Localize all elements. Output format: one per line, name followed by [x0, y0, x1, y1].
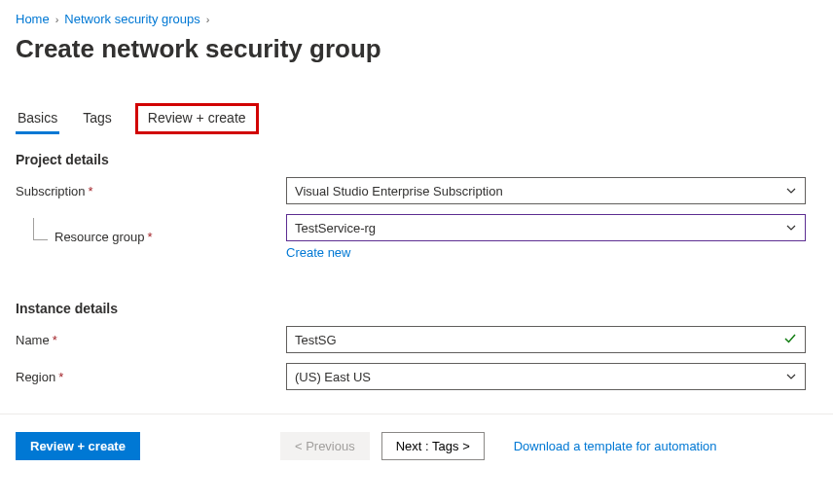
create-new-link[interactable]: Create new [286, 245, 350, 260]
chevron-right-icon: › [206, 14, 210, 25]
name-input[interactable]: TestSG [286, 326, 806, 353]
subscription-value: Visual Studio Enterprise Subscription [295, 184, 503, 198]
project-details-heading: Project details [16, 152, 817, 167]
resource-group-row: Resource group* TestService-rg Create ne… [16, 214, 817, 260]
region-value: (US) East US [295, 370, 371, 384]
chevron-down-icon [785, 185, 797, 197]
subscription-select[interactable]: Visual Studio Enterprise Subscription [286, 177, 806, 204]
download-template-link[interactable]: Download a template for automation [514, 439, 717, 453]
region-label: Region* [16, 370, 286, 384]
resource-group-label: Resource group* [16, 230, 286, 244]
subscription-row: Subscription* Visual Studio Enterprise S… [16, 177, 817, 204]
breadcrumb: Home › Network security groups › [16, 12, 817, 26]
next-button[interactable]: Next : Tags > [381, 432, 485, 460]
check-icon [783, 332, 797, 348]
required-asterisk: * [89, 184, 93, 198]
tab-tags[interactable]: Tags [81, 104, 114, 133]
region-select[interactable]: (US) East US [286, 363, 806, 390]
tab-review-create[interactable]: Review + create [135, 103, 259, 134]
name-label: Name* [16, 333, 286, 347]
footer-bar: Review + create < Previous Next : Tags >… [16, 414, 817, 478]
required-asterisk: * [53, 333, 57, 347]
chevron-right-icon: › [55, 14, 59, 25]
instance-details-heading: Instance details [16, 301, 817, 316]
tab-bar: Basics Tags Review + create [16, 103, 817, 134]
tab-basics[interactable]: Basics [16, 104, 59, 133]
chevron-down-icon [785, 371, 797, 382]
previous-button: < Previous [280, 432, 370, 460]
chevron-down-icon [785, 222, 797, 234]
review-create-button[interactable]: Review + create [16, 432, 140, 460]
name-row: Name* TestSG [16, 326, 817, 353]
region-row: Region* (US) East US [16, 363, 817, 390]
required-asterisk: * [148, 230, 153, 244]
subscription-label: Subscription* [16, 184, 286, 198]
resource-group-select[interactable]: TestService-rg [286, 214, 806, 241]
breadcrumb-home[interactable]: Home [16, 12, 50, 26]
name-value: TestSG [295, 333, 337, 347]
resource-group-value: TestService-rg [295, 221, 376, 235]
page-title: Create network security group [16, 34, 817, 64]
breadcrumb-nsg[interactable]: Network security groups [64, 12, 199, 26]
required-asterisk: * [58, 370, 63, 384]
